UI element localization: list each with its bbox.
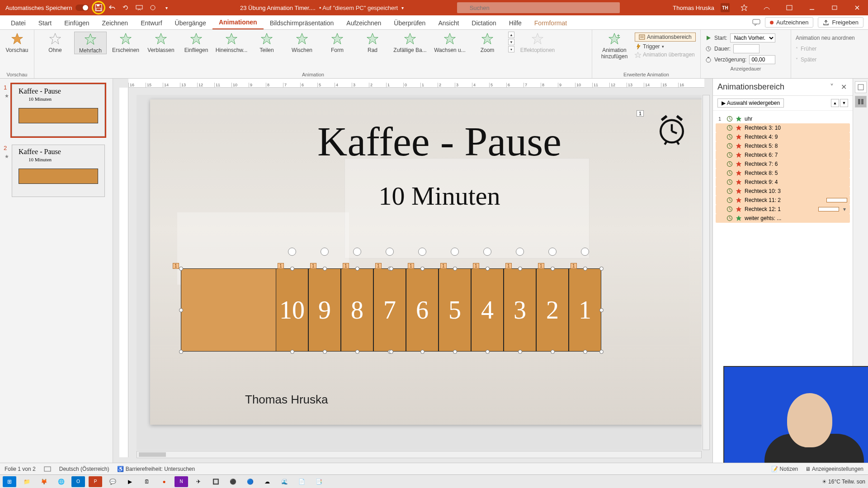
taskbar-onenote-icon[interactable]: N	[175, 476, 188, 487]
comments-icon[interactable]	[752, 19, 760, 26]
anim-row[interactable]: Rechteck 7: 6	[716, 160, 850, 169]
selection-handle[interactable]	[179, 267, 183, 271]
anim-row[interactable]: Rechteck 4: 9	[716, 132, 850, 141]
taskbar-outlook-icon[interactable]: O	[71, 476, 85, 487]
ruler-horizontal[interactable]: 1615141312111098765432101234567891011121…	[128, 79, 704, 88]
taskbar-powerpoint-icon[interactable]: P	[89, 476, 102, 487]
selection-handle[interactable]	[179, 350, 183, 354]
taskbar-app18-icon[interactable]: 📑	[312, 476, 326, 487]
weather-widget[interactable]: ☀ 16°C Teilw. son	[822, 479, 865, 485]
timer-cell-8[interactable]: 8	[341, 268, 373, 352]
selection-handle[interactable]	[486, 350, 490, 354]
anim-row[interactable]: Rechteck 3: 10	[716, 123, 850, 132]
duration-input[interactable]	[733, 44, 760, 53]
selection-handle[interactable]	[551, 350, 555, 354]
selection-handle[interactable]	[179, 308, 183, 312]
trigger-button[interactable]: Trigger▾	[635, 43, 696, 50]
side-tab-anim-icon[interactable]	[855, 81, 867, 93]
tab-bildschirmpraesentation[interactable]: Bildschirmpräsentation	[264, 17, 340, 29]
tab-entwurf[interactable]: Entwurf	[134, 17, 168, 29]
slide-subtitle[interactable]: 10 Minuten	[150, 181, 702, 211]
timeline-bar[interactable]	[818, 207, 839, 211]
selection-handle[interactable]	[551, 267, 555, 271]
preview-button[interactable]: Vorschau	[5, 32, 29, 53]
gallery-down-icon[interactable]: ▼	[508, 39, 514, 45]
animation-pane-button[interactable]: Animationsbereich	[635, 33, 696, 42]
selection-handle[interactable]	[290, 350, 294, 354]
anim-wischen[interactable]: Wischen	[286, 32, 318, 53]
tab-datei[interactable]: Datei	[5, 17, 32, 29]
search-input[interactable]	[457, 2, 620, 13]
selection-handle[interactable]	[389, 350, 393, 354]
gallery-more-icon[interactable]: ▾	[508, 46, 514, 52]
selection-handle[interactable]	[599, 267, 604, 271]
move-down-icon[interactable]: ▼	[840, 99, 848, 107]
tab-einfuegen[interactable]: Einfügen	[58, 17, 95, 29]
timer-cell-3[interactable]: 3	[504, 268, 536, 352]
timer-cell-6[interactable]: 6	[406, 268, 439, 352]
pane-close-icon[interactable]: ✕	[839, 83, 848, 92]
anim-row[interactable]: Rechteck 5: 8	[716, 141, 850, 150]
taskbar-firefox-icon[interactable]: 🦊	[37, 476, 51, 487]
animation-tag-4[interactable]: 1	[473, 263, 479, 269]
taskbar-app9-icon[interactable]: ●	[157, 476, 171, 487]
save-icon[interactable]	[94, 4, 103, 12]
play-selection-button[interactable]: ▶ Auswahl wiedergeben	[717, 99, 784, 108]
selection-handle[interactable]	[486, 267, 490, 271]
anim-row[interactable]: 1uhr	[716, 114, 850, 123]
delay-input[interactable]	[749, 55, 775, 64]
taskbar-app17-icon[interactable]: 📄	[295, 476, 308, 487]
taskbar-app12-icon[interactable]: 🔲	[209, 476, 222, 487]
selection-handle[interactable]	[583, 350, 587, 354]
taskbar-app15-icon[interactable]: ☁	[260, 476, 274, 487]
animation-tag-10[interactable]: 1	[278, 263, 284, 269]
timer-cell-7[interactable]: 7	[373, 268, 406, 352]
taskbar-app8-icon[interactable]: 🗓	[140, 476, 154, 487]
slide-counter[interactable]: Folie 1 von 2	[5, 466, 36, 472]
selection-handle[interactable]	[583, 267, 587, 271]
alarm-clock-icon[interactable]: 1	[656, 113, 688, 145]
selection-handle[interactable]	[323, 267, 327, 271]
tab-formformat[interactable]: Formformat	[528, 17, 573, 29]
close-icon[interactable]	[849, 4, 865, 12]
horizontal-scrollbar[interactable]	[137, 451, 702, 458]
taskbar-explorer-icon[interactable]: 📁	[20, 476, 33, 487]
timer-bar-group[interactable]: 1019181716151413121111	[181, 268, 601, 352]
rotation-handle-icon[interactable]	[288, 248, 296, 256]
rotation-handle-icon[interactable]	[483, 248, 491, 256]
tab-hilfe[interactable]: Hilfe	[503, 17, 528, 29]
taskbar-telegram-icon[interactable]: ✈	[192, 476, 205, 487]
selection-handle[interactable]	[599, 308, 604, 312]
gallery-up-icon[interactable]: ▲	[508, 32, 514, 38]
selection-handle[interactable]	[323, 350, 327, 354]
ruler-vertical[interactable]	[119, 88, 128, 457]
touch-mode-icon[interactable]	[149, 4, 157, 12]
animation-tag-6[interactable]: 1	[408, 263, 414, 269]
slide-title[interactable]: Kaffee - Pause	[150, 117, 702, 165]
share-button[interactable]: Freigeben	[818, 17, 863, 28]
add-animation-button[interactable]: + Animation hinzufügen	[597, 32, 632, 60]
tab-uebergaenge[interactable]: Übergänge	[169, 17, 212, 29]
anim-zoom[interactable]: Zoom	[471, 32, 504, 53]
animation-tag-5[interactable]: 1	[440, 263, 447, 269]
rotation-handle-icon[interactable]	[581, 248, 589, 256]
minimize-icon[interactable]	[804, 4, 820, 12]
tab-ueberpruefen[interactable]: Überprüfen	[387, 17, 432, 29]
anim-row[interactable]: Rechteck 6: 7	[716, 150, 850, 160]
animation-tag-clock[interactable]: 1	[637, 110, 644, 117]
animation-tag-1[interactable]: 1	[571, 263, 577, 269]
coming-soon-icon[interactable]	[736, 4, 752, 12]
anim-row[interactable]: Rechteck 12: 1▾	[716, 205, 850, 214]
timer-cell-5[interactable]: 5	[439, 268, 471, 352]
anim-ohne[interactable]: Ohne	[39, 32, 71, 53]
rotation-handle-icon[interactable]	[516, 248, 524, 256]
selection-handle[interactable]	[599, 350, 604, 354]
start-menu-icon[interactable]: ⊞	[3, 476, 16, 487]
anim-row[interactable]: Rechteck 9: 4	[716, 178, 850, 187]
anim-row[interactable]: Rechteck 8: 5	[716, 169, 850, 178]
selection-handle[interactable]	[518, 267, 522, 271]
qat-more-icon[interactable]: ▾	[162, 4, 170, 12]
selection-handle[interactable]	[453, 350, 457, 354]
pane-dropdown-icon[interactable]: ˅	[827, 83, 836, 92]
present-from-start-icon[interactable]	[135, 4, 143, 12]
